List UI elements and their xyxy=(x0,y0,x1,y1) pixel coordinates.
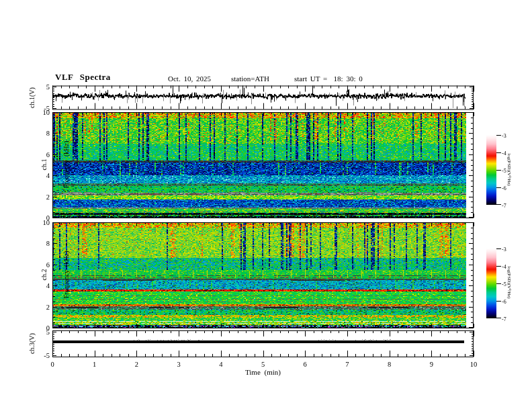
time-axis-label: Time (min) xyxy=(52,369,474,376)
vlf-spectra-figure: VLF Spectra Oct. 10, 2025 station=ATH st… xyxy=(0,0,532,411)
figure-start-ut: start UT = 18: 30: 0 xyxy=(294,75,363,83)
colorbar-ch1-tick-label--3: -3 xyxy=(502,132,506,140)
ch1-volt-tick-label-5: 5 xyxy=(24,83,50,91)
x-tick-label-9: 9 xyxy=(430,361,433,368)
plot-canvas xyxy=(0,0,532,411)
ch3-volt-tick-label--5: -5 xyxy=(24,352,50,359)
figure-date: Oct. 10, 2025 xyxy=(168,75,211,83)
ch1-freq-tick-label-6: 6 xyxy=(24,151,50,158)
x-tick-label-6: 6 xyxy=(304,361,307,368)
colorbar-ch1-tick-label--7: -7 xyxy=(502,202,506,210)
x-tick-label-8: 8 xyxy=(388,361,391,368)
figure-station: station=ATH xyxy=(231,75,269,83)
ch1-freq-tick-label-2: 2 xyxy=(24,193,50,201)
colorbar-ch2-tick-label--5: -5 xyxy=(502,281,506,288)
x-tick-label-3: 3 xyxy=(177,361,180,368)
frequency-label-line: Frequency (kHz) xyxy=(62,124,70,205)
ch2-freq-tick-label-8: 8 xyxy=(24,240,50,247)
colorbar-ch1-tick-label--5: -5 xyxy=(502,167,506,175)
frequency-label-line: Frequency (kHz) xyxy=(62,234,70,315)
x-tick-label-4: 4 xyxy=(219,361,222,368)
x-tick-label-7: 7 xyxy=(345,361,349,368)
x-tick-label-2: 2 xyxy=(135,361,138,368)
ch1-freq-tick-label-8: 8 xyxy=(24,130,50,137)
colorbar-ch1-tick-label--4: -4 xyxy=(502,150,506,157)
x-tick-label-0: 0 xyxy=(50,361,54,368)
ch1-volt-tick-label--5: -5 xyxy=(24,105,50,112)
ch1-freq-tick-label-4: 4 xyxy=(24,172,50,179)
colorbar-label-ch1: log(PSD)(V²/Hz) xyxy=(506,140,512,200)
x-tick-label-10: 10 xyxy=(470,361,478,368)
ch2-freq-tick-label-10: 10 xyxy=(24,219,50,226)
colorbar-ch1-tick-label--6: -6 xyxy=(502,185,506,192)
ch2-freq-tick-label-6: 6 xyxy=(24,261,50,269)
colorbar-ch2-tick-label--3: -3 xyxy=(502,246,506,253)
figure-title: VLF Spectra xyxy=(55,73,111,81)
ch2-freq-tick-label-2: 2 xyxy=(24,304,50,311)
colorbar-ch2-tick-label--7: -7 xyxy=(502,316,506,323)
x-tick-label-1: 1 xyxy=(93,361,96,368)
ch3-volt-tick-label-5: 5 xyxy=(24,328,50,336)
colorbar-ch2-tick-label--6: -6 xyxy=(502,298,506,306)
colorbar-label-ch2: log(PSD)(V²/Hz) xyxy=(506,253,512,313)
x-tick-label-5: 5 xyxy=(261,361,265,368)
ch2-freq-tick-label-4: 4 xyxy=(24,282,50,289)
colorbar-ch2-tick-label--4: -4 xyxy=(502,263,506,271)
